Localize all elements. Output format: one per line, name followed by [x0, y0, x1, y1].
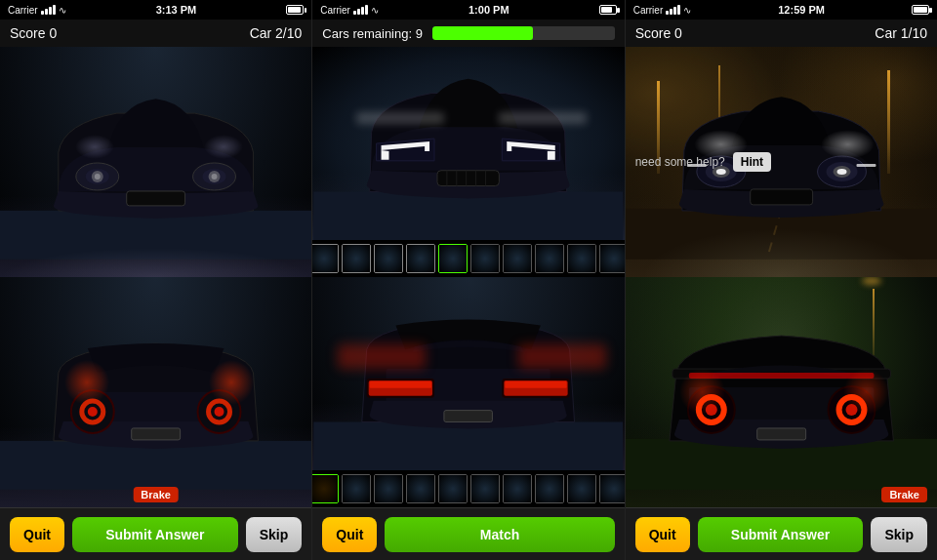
hint-button[interactable]: Hint — [733, 152, 771, 172]
thumb-item[interactable] — [599, 244, 625, 273]
svg-rect-48 — [856, 164, 876, 167]
svg-point-8 — [212, 174, 218, 180]
right-score-bar: Score 0 Car 1/10 — [626, 20, 937, 47]
middle-wifi-icon: ∿ — [371, 5, 379, 16]
thumb-item[interactable] — [535, 474, 564, 503]
left-skip-button[interactable]: Skip — [246, 517, 303, 552]
left-time: 3:13 PM — [156, 4, 197, 16]
thumb-item[interactable] — [470, 474, 500, 503]
middle-time: 1:00 PM — [468, 4, 509, 16]
thumb-item-selected[interactable] — [438, 244, 468, 273]
left-panel: Carrier ∿ 3:13 PM Score 0 Car 2/10 — [0, 0, 312, 560]
right-carrier: Carrier — [633, 5, 664, 16]
left-front-car — [0, 47, 311, 277]
svg-rect-35 — [444, 411, 493, 422]
svg-rect-9 — [127, 191, 185, 206]
thumb-item[interactable] — [312, 244, 338, 273]
thumb-item[interactable] — [406, 244, 435, 273]
svg-point-4 — [95, 174, 101, 180]
thumb-item[interactable] — [374, 244, 403, 273]
right-wifi-icon: ∿ — [683, 5, 691, 16]
svg-point-18 — [215, 407, 224, 417]
right-rear-car: Brake — [626, 277, 937, 507]
middle-rear-car — [312, 277, 624, 507]
ground-glow — [0, 248, 311, 277]
svg-rect-31 — [370, 381, 431, 388]
middle-battery-icon — [599, 5, 617, 15]
thumb-item[interactable] — [342, 474, 371, 503]
left-score-bar: Score 0 Car 2/10 — [0, 20, 311, 47]
right-brake-badge: Brake — [881, 487, 927, 502]
progress-fill — [432, 26, 533, 40]
thumb-item[interactable] — [535, 244, 564, 273]
left-rear-car: Brake — [0, 277, 311, 507]
thumb-item[interactable] — [438, 474, 468, 503]
left-score: Score 0 — [10, 25, 57, 41]
middle-car-rows — [312, 47, 624, 507]
hint-area: need some help? Hint — [635, 152, 771, 172]
thumb-item[interactable] — [374, 474, 403, 503]
right-action-bar: Quit Submit Answer Skip — [626, 507, 937, 560]
thumb-item[interactable] — [567, 244, 596, 273]
left-signal-icon — [41, 5, 56, 15]
thumb-item[interactable] — [470, 244, 500, 273]
left-carrier: Carrier — [8, 5, 38, 16]
middle-rear-thumbnails — [312, 470, 624, 507]
cars-remaining-progress — [432, 26, 615, 40]
svg-rect-27 — [314, 422, 624, 471]
svg-point-14 — [88, 407, 98, 417]
right-car-rows: need some help? Hint — [626, 47, 937, 507]
left-car-count: Car 2/10 — [250, 25, 303, 41]
thumb-item[interactable] — [503, 244, 532, 273]
left-status-bar: Carrier ∿ 3:13 PM — [0, 0, 311, 20]
thumb-item[interactable] — [406, 474, 435, 503]
left-quit-button[interactable]: Quit — [10, 517, 64, 552]
svg-rect-61 — [756, 428, 805, 440]
right-status-bar: Carrier ∿ 12:59 PM — [626, 0, 937, 20]
right-skip-button[interactable]: Skip — [871, 517, 927, 552]
thumb-item[interactable] — [567, 474, 596, 503]
middle-carrier: Carrier — [320, 5, 350, 16]
right-panel: Carrier ∿ 12:59 PM Score 0 Car 1/10 — [626, 0, 937, 560]
svg-rect-46 — [750, 189, 812, 205]
hint-text: need some help? — [635, 155, 725, 169]
right-front-car: need some help? Hint — [626, 47, 937, 277]
middle-quit-button[interactable]: Quit — [322, 517, 377, 552]
left-car-rows: Brake — [0, 47, 311, 507]
middle-cars-remaining: Cars remaining: 9 — [312, 20, 624, 47]
middle-match-button[interactable]: Match — [385, 517, 614, 552]
middle-front-thumbnails — [312, 240, 624, 277]
right-quit-button[interactable]: Quit — [635, 517, 690, 552]
middle-panel: Carrier ∿ 1:00 PM Cars remaining: 9 — [312, 0, 625, 560]
left-wifi-icon: ∿ — [59, 5, 66, 16]
left-brake-badge: Brake — [133, 487, 179, 502]
svg-point-45 — [836, 169, 846, 175]
right-battery-icon — [912, 5, 929, 15]
svg-rect-34 — [506, 381, 567, 388]
left-battery-icon — [286, 5, 304, 15]
right-submit-button[interactable]: Submit Answer — [698, 517, 864, 552]
left-submit-button[interactable]: Submit Answer — [72, 517, 238, 552]
middle-front-car — [312, 47, 624, 277]
left-action-bar: Quit Submit Answer Skip — [0, 507, 311, 560]
thumb-item[interactable] — [599, 474, 625, 503]
middle-status-bar: Carrier ∿ 1:00 PM — [312, 0, 624, 20]
right-signal-icon — [666, 5, 680, 15]
svg-rect-20 — [314, 192, 624, 241]
right-time: 12:59 PM — [778, 4, 825, 16]
svg-rect-19 — [132, 428, 181, 440]
thumb-item[interactable] — [503, 474, 532, 503]
cars-remaining-text: Cars remaining: 9 — [322, 26, 423, 41]
right-score: Score 0 — [635, 25, 682, 41]
middle-action-bar: Quit Match — [312, 507, 624, 560]
right-car-count: Car 1/10 — [875, 25, 927, 41]
thumb-item[interactable] — [342, 244, 371, 273]
thumb-item[interactable] — [312, 474, 338, 503]
middle-signal-icon — [353, 5, 368, 15]
